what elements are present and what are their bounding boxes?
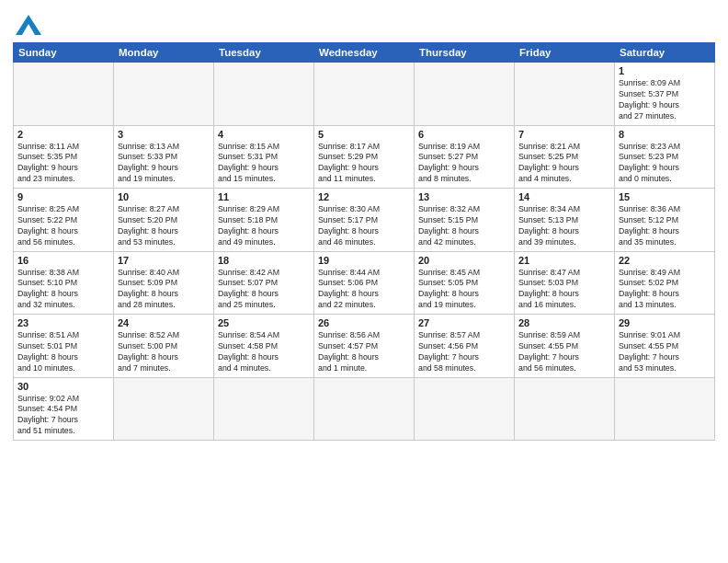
- calendar-cell: 26Sunrise: 8:56 AM Sunset: 4:57 PM Dayli…: [314, 315, 415, 378]
- calendar-cell: 7Sunrise: 8:21 AM Sunset: 5:25 PM Daylig…: [515, 125, 615, 189]
- day-info: Sunrise: 9:02 AM Sunset: 4:54 PM Dayligh…: [17, 394, 109, 438]
- day-number: 26: [318, 317, 410, 328]
- day-info: Sunrise: 8:23 AM Sunset: 5:23 PM Dayligh…: [619, 142, 711, 186]
- day-number: 14: [518, 191, 610, 202]
- day-info: Sunrise: 8:32 AM Sunset: 5:15 PM Dayligh…: [418, 204, 510, 248]
- calendar-cell: 13Sunrise: 8:32 AM Sunset: 5:15 PM Dayli…: [415, 189, 515, 252]
- weekday-friday: Friday: [515, 43, 615, 63]
- calendar-cell: 5Sunrise: 8:17 AM Sunset: 5:29 PM Daylig…: [314, 125, 415, 189]
- calendar-cell: 14Sunrise: 8:34 AM Sunset: 5:13 PM Dayli…: [515, 189, 615, 252]
- day-info: Sunrise: 8:13 AM Sunset: 5:33 PM Dayligh…: [118, 142, 210, 186]
- day-info: Sunrise: 8:38 AM Sunset: 5:10 PM Dayligh…: [17, 268, 109, 312]
- calendar-table: SundayMondayTuesdayWednesdayThursdayFrid…: [13, 42, 715, 441]
- weekday-sunday: Sunday: [14, 43, 114, 63]
- day-info: Sunrise: 8:09 AM Sunset: 5:37 PM Dayligh…: [619, 78, 711, 122]
- day-number: 5: [318, 129, 410, 140]
- day-number: 21: [518, 255, 610, 266]
- calendar-cell: 22Sunrise: 8:49 AM Sunset: 5:02 PM Dayli…: [615, 251, 715, 315]
- day-info: Sunrise: 8:59 AM Sunset: 4:55 PM Dayligh…: [518, 330, 610, 374]
- day-info: Sunrise: 8:34 AM Sunset: 5:13 PM Dayligh…: [518, 204, 610, 248]
- day-info: Sunrise: 8:21 AM Sunset: 5:25 PM Dayligh…: [518, 142, 610, 186]
- day-number: 4: [218, 129, 310, 140]
- calendar-cell: 24Sunrise: 8:52 AM Sunset: 5:00 PM Dayli…: [114, 315, 214, 378]
- day-info: Sunrise: 9:01 AM Sunset: 4:55 PM Dayligh…: [619, 330, 711, 374]
- calendar-cell: [214, 377, 314, 441]
- calendar-week-3: 9Sunrise: 8:25 AM Sunset: 5:22 PM Daylig…: [14, 189, 715, 252]
- day-info: Sunrise: 8:56 AM Sunset: 4:57 PM Dayligh…: [318, 330, 410, 374]
- calendar-cell: 16Sunrise: 8:38 AM Sunset: 5:10 PM Dayli…: [14, 251, 114, 315]
- calendar-cell: [314, 377, 415, 441]
- logo-icon: [16, 15, 41, 35]
- day-info: Sunrise: 8:54 AM Sunset: 4:58 PM Dayligh…: [218, 330, 310, 374]
- logo: [13, 15, 41, 35]
- day-number: 17: [118, 255, 210, 266]
- calendar-cell: 23Sunrise: 8:51 AM Sunset: 5:01 PM Dayli…: [14, 315, 114, 378]
- calendar-cell: [515, 377, 615, 441]
- calendar-cell: 21Sunrise: 8:47 AM Sunset: 5:03 PM Dayli…: [515, 251, 615, 315]
- day-info: Sunrise: 8:42 AM Sunset: 5:07 PM Dayligh…: [218, 268, 310, 312]
- calendar-cell: [214, 63, 314, 126]
- calendar-cell: 8Sunrise: 8:23 AM Sunset: 5:23 PM Daylig…: [615, 125, 715, 189]
- calendar-cell: 4Sunrise: 8:15 AM Sunset: 5:31 PM Daylig…: [214, 125, 314, 189]
- calendar-cell: 3Sunrise: 8:13 AM Sunset: 5:33 PM Daylig…: [114, 125, 214, 189]
- calendar-cell: [615, 377, 715, 441]
- day-number: 19: [318, 255, 410, 266]
- day-info: Sunrise: 8:52 AM Sunset: 5:00 PM Dayligh…: [118, 330, 210, 374]
- calendar-cell: 25Sunrise: 8:54 AM Sunset: 4:58 PM Dayli…: [214, 315, 314, 378]
- day-info: Sunrise: 8:30 AM Sunset: 5:17 PM Dayligh…: [318, 204, 410, 248]
- calendar-cell: 18Sunrise: 8:42 AM Sunset: 5:07 PM Dayli…: [214, 251, 314, 315]
- day-number: 3: [118, 129, 210, 140]
- day-number: 18: [218, 255, 310, 266]
- day-number: 8: [619, 129, 711, 140]
- day-number: 6: [418, 129, 510, 140]
- calendar-week-6: 30Sunrise: 9:02 AM Sunset: 4:54 PM Dayli…: [14, 377, 715, 441]
- calendar-cell: 1Sunrise: 8:09 AM Sunset: 5:37 PM Daylig…: [615, 63, 715, 126]
- weekday-tuesday: Tuesday: [214, 43, 314, 63]
- weekday-header-row: SundayMondayTuesdayWednesdayThursdayFrid…: [14, 43, 715, 63]
- day-number: 2: [17, 129, 109, 140]
- calendar-week-2: 2Sunrise: 8:11 AM Sunset: 5:35 PM Daylig…: [14, 125, 715, 189]
- day-number: 10: [118, 191, 210, 202]
- day-info: Sunrise: 8:17 AM Sunset: 5:29 PM Dayligh…: [318, 142, 410, 186]
- day-info: Sunrise: 8:27 AM Sunset: 5:20 PM Dayligh…: [118, 204, 210, 248]
- calendar-cell: 11Sunrise: 8:29 AM Sunset: 5:18 PM Dayli…: [214, 189, 314, 252]
- day-number: 25: [218, 317, 310, 328]
- header: [13, 9, 715, 35]
- day-info: Sunrise: 8:40 AM Sunset: 5:09 PM Dayligh…: [118, 268, 210, 312]
- day-info: Sunrise: 8:45 AM Sunset: 5:05 PM Dayligh…: [418, 268, 510, 312]
- weekday-monday: Monday: [114, 43, 214, 63]
- calendar-cell: 28Sunrise: 8:59 AM Sunset: 4:55 PM Dayli…: [515, 315, 615, 378]
- calendar-cell: 27Sunrise: 8:57 AM Sunset: 4:56 PM Dayli…: [415, 315, 515, 378]
- day-info: Sunrise: 8:11 AM Sunset: 5:35 PM Dayligh…: [17, 142, 109, 186]
- calendar-cell: [114, 377, 214, 441]
- day-number: 30: [17, 381, 109, 392]
- day-info: Sunrise: 8:29 AM Sunset: 5:18 PM Dayligh…: [218, 204, 310, 248]
- calendar-week-5: 23Sunrise: 8:51 AM Sunset: 5:01 PM Dayli…: [14, 315, 715, 378]
- calendar-week-4: 16Sunrise: 8:38 AM Sunset: 5:10 PM Dayli…: [14, 251, 715, 315]
- calendar-cell: [415, 63, 515, 126]
- day-number: 28: [518, 317, 610, 328]
- calendar-cell: 17Sunrise: 8:40 AM Sunset: 5:09 PM Dayli…: [114, 251, 214, 315]
- calendar-cell: 2Sunrise: 8:11 AM Sunset: 5:35 PM Daylig…: [14, 125, 114, 189]
- day-number: 15: [619, 191, 711, 202]
- calendar-cell: 29Sunrise: 9:01 AM Sunset: 4:55 PM Dayli…: [615, 315, 715, 378]
- day-number: 7: [518, 129, 610, 140]
- day-number: 11: [218, 191, 310, 202]
- calendar-cell: 10Sunrise: 8:27 AM Sunset: 5:20 PM Dayli…: [114, 189, 214, 252]
- day-number: 20: [418, 255, 510, 266]
- day-number: 13: [418, 191, 510, 202]
- calendar-cell: 15Sunrise: 8:36 AM Sunset: 5:12 PM Dayli…: [615, 189, 715, 252]
- weekday-thursday: Thursday: [415, 43, 515, 63]
- calendar-week-1: 1Sunrise: 8:09 AM Sunset: 5:37 PM Daylig…: [14, 63, 715, 126]
- calendar-cell: [114, 63, 214, 126]
- day-info: Sunrise: 8:25 AM Sunset: 5:22 PM Dayligh…: [17, 204, 109, 248]
- day-info: Sunrise: 8:44 AM Sunset: 5:06 PM Dayligh…: [318, 268, 410, 312]
- calendar-cell: [14, 63, 114, 126]
- day-number: 22: [619, 255, 711, 266]
- calendar-cell: 12Sunrise: 8:30 AM Sunset: 5:17 PM Dayli…: [314, 189, 415, 252]
- day-info: Sunrise: 8:19 AM Sunset: 5:27 PM Dayligh…: [418, 142, 510, 186]
- calendar-cell: [515, 63, 615, 126]
- day-info: Sunrise: 8:57 AM Sunset: 4:56 PM Dayligh…: [418, 330, 510, 374]
- day-info: Sunrise: 8:51 AM Sunset: 5:01 PM Dayligh…: [17, 330, 109, 374]
- day-info: Sunrise: 8:36 AM Sunset: 5:12 PM Dayligh…: [619, 204, 711, 248]
